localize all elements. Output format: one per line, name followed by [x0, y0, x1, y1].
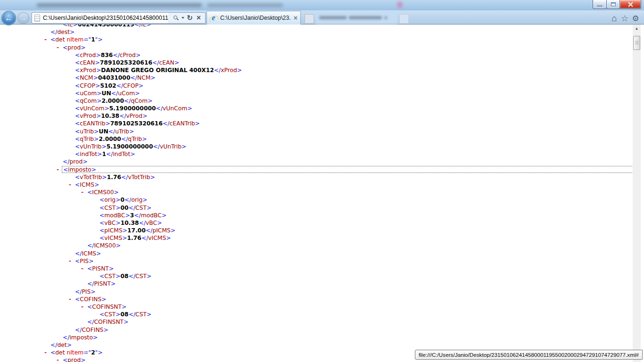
- xml-node: <xProd>DANONE GREGO ORIGINAL 400X12</xPr…: [75, 66, 242, 74]
- xml-node: <modBC>3</modBC>: [99, 212, 166, 219]
- xml-node: <ICMS>: [75, 181, 99, 189]
- maximize-button[interactable]: [606, 0, 620, 9]
- xml-node: <vUnTrib>5.1900000000</vUnTrib>: [75, 143, 186, 150]
- indent-spacer: [57, 25, 63, 28]
- stop-button[interactable]: ×: [194, 13, 203, 23]
- status-url-text: file:///C:/Users/Janio/Desktop/231501062…: [419, 352, 639, 358]
- xml-node: <ICMS00>: [87, 189, 119, 196]
- xml-node: <CFOP>5102</CFOP>: [75, 82, 143, 90]
- xml-node: <vBC>10.38</vBC>: [99, 219, 162, 227]
- xml-line: <vICMS>1.76</vICMS>: [0, 234, 644, 242]
- maximize-icon: [611, 2, 616, 6]
- xml-node: <uTrib>UN</uTrib>: [75, 128, 134, 135]
- xml-line: -<ICMS>: [0, 181, 644, 189]
- indent-spacer: [93, 234, 99, 242]
- xml-node: <qTrib>2.0000</qTrib>: [75, 135, 147, 143]
- indent-spacer: [69, 288, 75, 296]
- indent-spacer: [69, 326, 75, 334]
- search-icon[interactable]: [171, 13, 180, 23]
- xml-line: </PISNT>: [0, 280, 644, 288]
- xml-node: <NCM>04031000</NCM>: [75, 74, 156, 82]
- xml-line: -<imposto>: [0, 166, 644, 173]
- collapse-toggle[interactable]: -: [81, 189, 87, 196]
- blurred-window-title: [37, 3, 202, 7]
- address-input[interactable]: [43, 13, 168, 23]
- indent-spacer: [69, 90, 75, 97]
- xml-node: <COFINSNT>: [87, 303, 126, 311]
- tab-favicon-placeholder: [305, 14, 314, 24]
- new-tab-button[interactable]: [399, 14, 409, 24]
- xml-node: <cEAN>7891025320616</cEAN>: [75, 59, 179, 66]
- xml-line: </PIS>: [0, 288, 644, 296]
- xml-line: <indTot>1</indTot>: [0, 150, 644, 158]
- tab-close-icon[interactable]: ×: [294, 15, 297, 21]
- collapse-toggle[interactable]: -: [57, 44, 63, 51]
- xml-tree: <IE>06241458000119</IE> </dest>-<det nIt…: [0, 25, 644, 362]
- xml-line: <cEANTrib>7891025320616</cEANTrib>: [0, 120, 644, 127]
- blurred-tab-content: ×: [315, 11, 398, 24]
- scroll-up-arrow[interactable]: ▲: [633, 25, 641, 33]
- collapse-toggle[interactable]: -: [81, 303, 87, 311]
- back-icon: ←: [5, 14, 13, 23]
- tab-active-xml-file[interactable]: e C:\Users\Janio\Desktop\23... ×: [206, 11, 301, 25]
- xml-node: </COFINSNT>: [87, 318, 128, 326]
- title-bar: [0, 0, 644, 10]
- indent-spacer: [93, 204, 99, 212]
- collapse-toggle[interactable]: -: [69, 257, 75, 265]
- xml-node: <det nItem="1">: [50, 36, 103, 43]
- xml-node: </dest>: [50, 28, 74, 36]
- indent-spacer: [69, 51, 75, 59]
- xml-node: <PISNT>: [87, 265, 114, 272]
- back-button[interactable]: ←: [1, 11, 16, 25]
- xml-node: <CST>08</CST>: [99, 311, 151, 318]
- home-icon[interactable]: ⌂: [609, 13, 619, 24]
- favorites-star-icon[interactable]: ☆: [619, 13, 630, 24]
- xml-node: <vICMS>1.76</vICMS>: [99, 234, 171, 242]
- forward-button[interactable]: →: [17, 12, 29, 24]
- xml-line: </prod>: [0, 158, 644, 165]
- close-button[interactable]: [619, 0, 641, 9]
- xml-line: <cEAN>7891025320616</cEAN>: [0, 59, 644, 66]
- chevron-down-icon[interactable]: [180, 13, 185, 23]
- collapse-toggle[interactable]: -: [44, 349, 50, 356]
- xml-line: -<prod>: [0, 44, 644, 51]
- xml-node: <vProd>10.38</vProd>: [75, 112, 147, 120]
- xml-node: <cProd>836</cProd>: [75, 51, 140, 59]
- tools-gear-icon[interactable]: ⚙: [630, 13, 641, 24]
- indent-spacer: [44, 341, 50, 349]
- indent-spacer: [69, 143, 75, 150]
- indent-spacer: [69, 66, 75, 74]
- xml-node: <prod>: [63, 356, 86, 362]
- collapse-toggle[interactable]: -: [57, 356, 63, 362]
- indent-spacer: [81, 318, 87, 326]
- xml-line: <cProd>836</cProd>: [0, 51, 644, 59]
- scrollbar-grip: [635, 41, 639, 41]
- xml-line: <qTrib>2.0000</qTrib>: [0, 135, 644, 143]
- xml-line: -<PIS>: [0, 257, 644, 265]
- status-url-tooltip: file:///C:/Users/Janio/Desktop/231501062…: [415, 350, 643, 360]
- xml-node: <CST>08</CST>: [99, 272, 151, 280]
- xml-node: </imposto>: [63, 334, 98, 341]
- tab-inactive-blurred[interactable]: ×: [304, 11, 410, 25]
- forward-icon: →: [20, 15, 26, 22]
- minimize-button[interactable]: [593, 0, 607, 9]
- xml-node: <prod>: [63, 44, 86, 51]
- indent-spacer: [69, 250, 75, 257]
- collapse-toggle[interactable]: -: [81, 265, 87, 272]
- indent-spacer: [69, 59, 75, 66]
- collapse-toggle[interactable]: -: [69, 181, 75, 189]
- xml-line: </COFINS>: [0, 326, 644, 334]
- indent-spacer: [93, 227, 99, 234]
- xml-node: <orig>0</orig>: [99, 196, 148, 204]
- scrollbar-thumb[interactable]: [633, 36, 640, 50]
- collapse-toggle[interactable]: -: [44, 36, 50, 43]
- indent-spacer: [93, 272, 99, 280]
- xml-node: <uCom>UN</uCom>: [75, 90, 140, 97]
- indent-spacer: [93, 311, 99, 318]
- stop-icon: ×: [197, 14, 201, 22]
- refresh-button[interactable]: ↻: [185, 13, 194, 23]
- xml-line: </dest>: [0, 28, 644, 36]
- vertical-scrollbar[interactable]: ▲ ▼: [633, 25, 641, 362]
- collapse-toggle[interactable]: -: [69, 296, 75, 303]
- xml-line: </COFINSNT>: [0, 318, 644, 326]
